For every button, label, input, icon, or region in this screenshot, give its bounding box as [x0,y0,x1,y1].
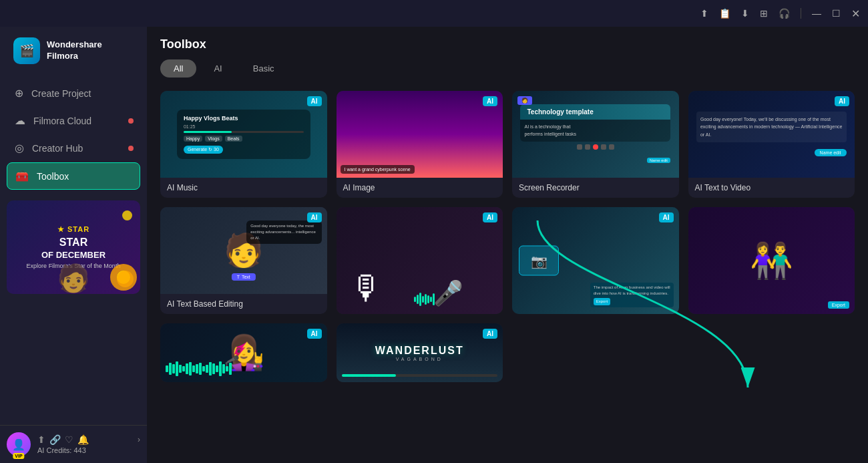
ai-badge-image: AI [483,96,497,106]
expand-icon[interactable]: › [138,435,140,444]
tool-card-text-editing[interactable]: 🧑 Good day everyone today, the most exci… [160,207,327,314]
title-bar-separator [801,8,801,19]
maximize-icon[interactable]: ☐ [832,8,841,19]
tab-bar: All AI Basic [160,59,855,78]
bell-icon[interactable]: 🔔 [77,434,89,445]
sidebar-item-toolbox[interactable]: 🧰 Toolbox [7,162,140,190]
ai-music-thumb-content: Happy Vlogs Beats 01:25 Happy Vlogs Beat… [160,91,327,178]
ai-badge-copywriting: AI [659,212,674,222]
text-bubble-mock: Good day everyone today, the most exciti… [246,220,321,244]
text-editing-person-thumb: 🧑 Good day everyone today, the most exci… [160,207,327,294]
user-action-icons: ⬆ 🔗 ♡ 🔔 › [37,434,140,445]
ai-credits-label: AI Credits: 443 [37,446,140,454]
send-icon[interactable]: ⬆ [700,8,708,19]
promo-person-silhouette: 🧑 [57,263,90,294]
tool-card-copywriting[interactable]: 📷 The impact of AI on business and video… [512,207,679,314]
ai-badge-music: AI [307,96,322,106]
tool-card-screen-recorder[interactable]: Technology template AI is a technology t… [512,91,679,198]
download-icon[interactable]: ⬇ [741,8,749,19]
user-section: 👤 VIP ⬆ 🔗 ♡ 🔔 › AI Credits: 443 [7,432,140,456]
screen-rec-content: Technology template AI is a technology t… [512,91,679,178]
ai-badge-silence: AI [483,212,497,222]
ai-music-label: AI Music [160,178,327,198]
screen-rec-mock: Technology template AI is a technology t… [520,104,670,164]
music-progress-fill [184,131,232,133]
wanderlust-text: WANDERLUST [375,345,464,357]
ai-text-video-label: AI Text to Video [688,178,855,198]
promo-star-label: ★ STAR [57,225,89,234]
text-button-mock: TText [232,273,256,281]
tab-basic[interactable]: Basic [240,59,288,78]
sidebar-item-create-project[interactable]: ⊕ Create Project [7,80,140,106]
promo-decoration-circle [117,271,134,287]
copy-bubble-mock: The impact of AI on business and video w… [590,283,674,307]
beat-sync-thumbnail: 👩‍🎤 [160,323,327,382]
screen-recorder-thumbnail: Technology template AI is a technology t… [512,91,679,178]
filmora-cloud-icon: ☁ [15,114,25,127]
sidebar-navigation: ⊕ Create Project ☁ Filmora Cloud ◎ Creat… [0,80,147,190]
create-project-icon: ⊕ [15,87,23,100]
ai-image-thumbnail: I want a grand cyberpunk scene AI [337,91,503,178]
camera-device-icon: 📷 [519,246,559,276]
avatar: 👤 VIP [7,432,31,456]
im-progress-fill [342,374,397,377]
grid-icon[interactable]: ⊞ [760,8,768,19]
tool-card-instant-cutter[interactable]: 👫 Export Instant Cutter [688,207,855,314]
clipboard-icon[interactable]: 📋 [719,8,730,19]
user-info: ⬆ 🔗 ♡ 🔔 › AI Credits: 443 [37,434,140,454]
headphone-icon[interactable]: 🎧 [779,8,790,19]
main-header: Toolbox All AI Basic [147,27,868,84]
ai-text-video-content: Good day everyone! Today, we'll be discu… [688,91,855,178]
ai-text-mock: Good day everyone! Today, we'll be discu… [696,112,847,157]
heart-icon[interactable]: ♡ [65,434,73,445]
copywriting-thumbnail: 📷 The impact of AI on business and video… [512,207,679,314]
beat-wave [166,360,322,377]
tool-card-instant-mode[interactable]: WANDERLUST VAGABOND AI Instant Mode [337,323,503,382]
promo-banner[interactable]: ★ STAR STAR OF DECEMBER Explore Filmora'… [7,200,140,294]
screen-recorder-label: Screen Recorder [512,178,679,198]
music-player-mock: Happy Vlogs Beats 01:25 Happy Vlogs Beat… [177,110,310,159]
ai-badge-beat: AI [307,329,322,339]
instant-mode-content: WANDERLUST VAGABOND [375,345,464,361]
person-icon-overlay: 🧑 [517,96,532,105]
ai-image-content: I want a grand cyberpunk scene [337,91,503,178]
minimize-icon[interactable]: — [812,8,821,19]
instant-cutter-thumbnail: 👫 Export [688,207,855,314]
tool-card-ai-text-video[interactable]: Good day everyone! Today, we'll be discu… [688,91,855,198]
sidebar-item-creator-hub[interactable]: ◎ Creator Hub [7,135,140,161]
ai-badge-instant-mode: AI [483,329,497,339]
logo-icon: 🎬 [13,37,40,64]
image-prompt-text: I want a grand cyberpunk scene [341,165,415,174]
text-editing-thumbnail: 🧑 Good day everyone today, the most exci… [160,207,327,294]
notification-dot-cloud [128,118,134,124]
export-btn-mock: Export [594,298,610,305]
promo-title: STAR OF DECEMBER [41,237,105,260]
notification-dot-hub [128,146,134,151]
share-icon[interactable]: ⬆ [37,434,45,445]
tools-grid: Happy Vlogs Beats 01:25 Happy Vlogs Beat… [160,91,855,382]
title-bar: ⬆ 📋 ⬇ ⊞ 🎧 — ☐ ✕ [0,0,868,27]
tool-card-beat-sync[interactable]: 👩‍🎤 [160,323,327,382]
ai-text-video-thumbnail: Good day everyone! Today, we'll be discu… [688,91,855,178]
wanderlust-subtitle: VAGABOND [375,357,464,361]
generate-button-mock: Generate ↻ 30 [184,146,223,154]
main-content: Toolbox All AI Basic Happy Vlogs Beats 0… [147,0,868,463]
app-logo: 🎬 Wondershare Filmora [0,27,147,80]
music-tags: Happy Vlogs Beats [184,136,304,142]
mic-wave [414,293,497,306]
name-edit-mock: Name edit [815,149,847,156]
tab-ai[interactable]: AI [200,59,235,78]
export-label-ic: Export [828,301,849,309]
music-progress-bar [184,131,304,133]
tab-all[interactable]: All [160,59,196,78]
tool-card-silence-detection[interactable]: 🎙 🎤 AI Sile [337,207,503,314]
tool-card-ai-music[interactable]: Happy Vlogs Beats 01:25 Happy Vlogs Beat… [160,91,327,198]
link-icon[interactable]: 🔗 [49,434,61,445]
vip-badge: VIP [13,453,24,459]
close-icon[interactable]: ✕ [851,7,860,20]
tool-card-ai-image[interactable]: I want a grand cyberpunk scene AI AI Ima… [337,91,503,198]
sidebar-item-filmora-cloud[interactable]: ☁ Filmora Cloud [7,108,140,134]
page-title: Toolbox [160,37,855,51]
ai-badge-text-edit: AI [307,212,322,222]
toolbox-icon: 🧰 [15,170,29,182]
